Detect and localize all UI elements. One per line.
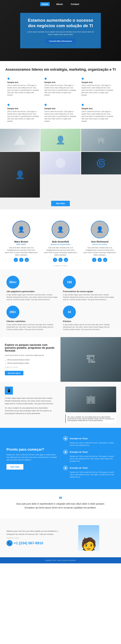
social-icon-0-0[interactable]: f (14, 258, 18, 262)
contact-left: Sabemos que você leva uma vida ocupada, … (7, 530, 58, 546)
example-title-0: Exemplo de Título (70, 437, 88, 440)
cta-example-1: ◆ Exemplo de Título Sample text. Click t… (63, 449, 114, 462)
features-grid: ◆ Sample text. Click to select the text … (7, 75, 114, 124)
example-title-2: Exemplo de Título (70, 467, 88, 469)
social-icon-1-1[interactable]: t (58, 258, 63, 262)
mixed-right: 🏗 (60, 337, 121, 382)
feature-text-5: Click to select the text box. Click agai… (82, 110, 114, 122)
text-image-left: 📱 O eniliso diogos fugios sporun sed lor… (0, 382, 60, 428)
example-text-2: Sample text. Click to select the text bo… (63, 471, 114, 478)
cta-title: Pronto para começar? (7, 448, 58, 452)
text-image-quote: Oh, mas é verdade. De uma rápida dose de… (65, 414, 116, 423)
image-cell-4: 👤 (0, 152, 40, 198)
team-social-1: fto (44, 258, 77, 262)
cta-section: Pronto para começar? Sample text. Click … (0, 428, 121, 489)
navigation: Home About Contact (0, 0, 121, 8)
stat-number-2: 250+ (7, 306, 19, 318)
team-name-0: Mary Brown (5, 240, 38, 243)
quote-section: ❝ Duis aute pure dolor in reprehenderit … (0, 489, 121, 519)
nav-about[interactable]: About (54, 2, 64, 6)
feature-title-5: Sample text. (82, 108, 114, 110)
image-grid-btn[interactable]: Saer Mais (51, 201, 70, 206)
nav-home[interactable]: Home (40, 2, 50, 6)
team-card-0: 👤 Mary Brown título notório Clae amet il… (3, 219, 39, 264)
stat-number-3: 34 (63, 306, 76, 318)
mixed-image: 🏗 (60, 337, 121, 382)
contact-avatar: 🧑 (78, 525, 99, 551)
hero-cta-button[interactable]: Consulte Mais Informações (46, 39, 75, 44)
feature-icon-5: ◆ (82, 102, 114, 106)
image-cell-2: 👤 (40, 129, 80, 151)
mixed-caption: Imagem por Freepik (5, 366, 56, 368)
example-icon-0: ◆ (63, 436, 68, 441)
image-grid-section: 👤 🏢 👤 🌀 Saer Mais (0, 129, 121, 210)
cta-button[interactable]: Saer mais (7, 464, 23, 470)
check-text-2: Elit do eiusmod tempor incidur (8, 362, 29, 364)
team-desc-1: Clae amet illam molestie ante ut at frin… (44, 246, 77, 256)
hero-title: Estamos aumentando o sucesso dos negócio… (27, 18, 94, 28)
feature-title-4: Sample text. (44, 108, 77, 110)
stat-label-3: Prêmios (63, 320, 114, 322)
mixed-left: Explore os parques nacionais com passeio… (0, 337, 60, 382)
mixed-title: Explore os parques nacionais com passeio… (5, 344, 56, 352)
quote-text: Duis aute pure dolor in reprehenderit in… (16, 502, 105, 510)
contact-text: Sabemos que você leva uma vida ocupada, … (7, 530, 58, 536)
feature-text-0: Click to select the text box. Click agai… (7, 84, 39, 96)
feature-item-2: ◆ Sample text. Click to select the text … (81, 75, 114, 98)
cta-example-0: ◆ Exemplo de Título Sample text. Click t… (63, 436, 114, 446)
team-role-2: gerente de vendas (83, 243, 116, 245)
team-caption: Imagem por Freepik (3, 264, 118, 268)
cta-example-2: ◆ Exemplo de Título Sample text. Click t… (63, 465, 114, 478)
features-section: ◆ Sample text. Click to select the text … (0, 73, 121, 129)
social-icon-0-2[interactable]: o (25, 258, 29, 262)
stats-section: 35m+ clés pagadores gerenciados O rigo s… (0, 269, 121, 337)
stats-grid: 35m+ clés pagadores gerenciados O rigo s… (7, 276, 114, 331)
image-cell-6: 🌀 (81, 152, 121, 174)
social-icon-1-2[interactable]: o (64, 258, 68, 262)
social-icon-2-1[interactable]: t (98, 258, 102, 262)
social-icon-0-1[interactable]: t (19, 258, 23, 262)
social-icon-2-0[interactable]: f (92, 258, 96, 262)
feature-text-4: Click to select the text box. Click agai… (44, 110, 77, 122)
stat-item-2: 250+ Clientes satisfeitos O rigo semilis… (7, 306, 58, 331)
team-name-1: Bob Greenfeld (44, 240, 77, 243)
feature-title-1: Sample text. (44, 81, 77, 84)
feature-item-1: ◆ Sample text. Click to select the text … (44, 75, 77, 98)
stat-number-0: 35m+ (7, 276, 19, 288)
stat-item-3: 34 Prêmios O rigo semiliso diogos sporun… (63, 306, 114, 331)
team-role-1: gerente de programação (44, 243, 77, 245)
team-avatar-0: 👤 (12, 221, 30, 238)
image-cell-5 (40, 152, 80, 174)
text-image-inner: 📱 O eniliso diogos fugios sporun sed lor… (0, 382, 121, 428)
team-avatar-1: 👤 (52, 221, 69, 238)
example-text-0: Sample text. Click to select the text bo… (63, 442, 114, 446)
social-icon-1-0[interactable]: f (53, 258, 57, 262)
feature-text-1: Click to select the text box. Click agai… (44, 84, 77, 96)
stat-desc-0: O rigo semiliso fugios spero sed lorem m… (7, 294, 58, 301)
feature-text-3: Click to select the text box. Click agai… (7, 110, 39, 122)
mixed-section: Explore os parques nacionais com passeio… (0, 337, 121, 382)
feature-icon-2: ◆ (82, 76, 114, 80)
hero-content: Estamos aumentando o sucesso dos negócio… (20, 13, 101, 48)
feature-icon-4: ◆ (44, 102, 77, 106)
mixed-btn[interactable]: Aprende Agora (5, 371, 23, 375)
team-desc-2: Clae amet illam molestie ante ut at frin… (83, 246, 116, 256)
stat-item-1: 158 Funcionários da nossa equipe O rigo … (63, 276, 114, 301)
check-item-1: ✓ Elit do eiusmod tempor incidud (5, 359, 56, 361)
contact-section: Sabemos que você leva uma vida ocupada, … (0, 519, 121, 557)
stat-item-0: 35m+ clés pagadores gerenciados O rigo s… (7, 276, 58, 301)
cta-left: Pronto para começar? Sample text. Click … (7, 448, 58, 470)
footer-text: Copyright © 2024. Todos os direitos rese… (2, 560, 119, 561)
social-icon-2-2[interactable]: o (103, 258, 107, 262)
feature-item-5: ◆ Sample text. Click to select the text … (81, 101, 114, 124)
stat-label-0: clés pagadores gerenciados (7, 290, 58, 292)
feature-title-0: Sample text. (7, 81, 39, 84)
nav-contact[interactable]: Contact (69, 2, 81, 6)
image-cell-3: 🏢 (81, 129, 121, 151)
section1-title: Assessoramos líderes em estratégia, mark… (0, 61, 121, 73)
team-desc-0: Clae amet illam molestie ante ut at frin… (5, 246, 38, 256)
example-header-0: ◆ Exemplo de Título (63, 436, 114, 441)
feature-item-0: ◆ Sample text. Click to select the text … (7, 75, 40, 98)
text-image-right: 🏢 Oh, mas é verdade. De uma rápida dose … (60, 382, 121, 428)
feature-title-2: Sample text. (82, 81, 114, 84)
